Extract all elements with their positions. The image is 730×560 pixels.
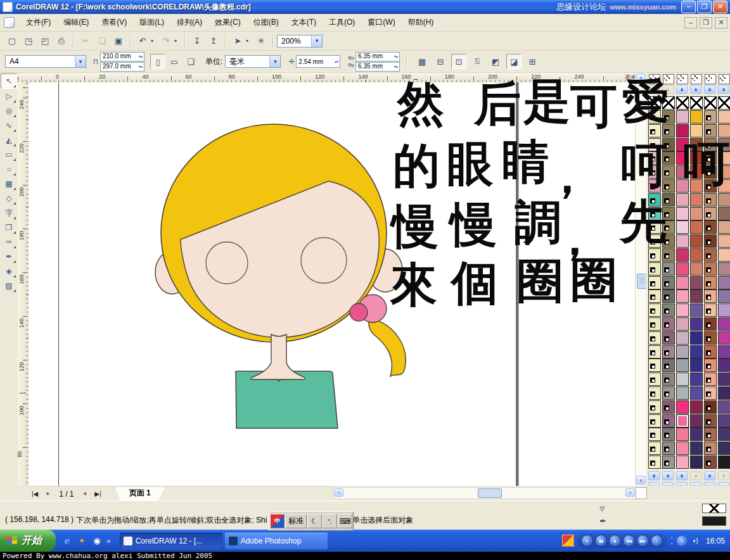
language-tray-icon[interactable]: ‹ [677,536,687,546]
palette-menu-icon[interactable] [663,74,674,84]
color-swatch[interactable] [690,372,703,386]
treat-as-filled-button[interactable]: ◪ [506,54,522,69]
zoom-tool[interactable]: ◎ [1,104,16,118]
color-swatch[interactable] [676,207,689,220]
text-tool[interactable]: 字 [1,206,16,220]
color-swatch[interactable] [662,359,675,372]
minimize-button[interactable]: – [681,1,696,13]
color-swatch[interactable] [648,110,661,124]
mdi-restore-button[interactable]: ❐ [700,17,712,29]
color-swatch[interactable] [704,455,717,469]
color-swatch[interactable] [676,220,689,234]
color-swatch[interactable] [648,359,661,372]
close-button[interactable]: ✕ [713,1,727,13]
color-swatch[interactable] [704,179,717,193]
horizontal-scrollbar[interactable]: < > [333,487,636,499]
color-swatch[interactable] [662,303,675,317]
spinner-icon[interactable]: ▾▴ [393,53,399,61]
color-swatch[interactable] [718,262,730,276]
color-swatch[interactable] [718,317,730,331]
color-swatch[interactable] [704,151,717,165]
color-swatch[interactable] [662,179,675,193]
palette-scroll-up-icon[interactable]: ∧ [718,85,729,94]
color-swatch[interactable] [648,400,661,414]
color-swatch[interactable] [662,400,675,414]
color-swatch[interactable] [648,303,661,317]
color-swatch[interactable] [690,262,703,276]
ponytail-shape[interactable] [369,318,406,376]
color-swatch[interactable] [718,359,730,372]
print-button[interactable]: ⎙ [54,34,69,49]
export-button[interactable]: ↥ [206,34,221,49]
ime-halfwidth-icon[interactable]: ☾ [307,514,322,528]
palette-menu-icon[interactable] [719,74,730,84]
duplicate-y-field[interactable]: 6.35 mm ▾▴ [355,62,400,72]
color-swatch[interactable] [676,110,689,124]
scroll-right-icon[interactable]: > [625,488,635,497]
media-control-icon[interactable]: ▾ [581,535,593,547]
scroll-up-icon[interactable]: ∧ [636,73,646,82]
chevron-down-icon[interactable]: ▾ [151,38,157,44]
color-swatch[interactable] [662,262,675,276]
color-swatch[interactable] [662,276,675,290]
color-swatch[interactable] [718,165,730,179]
horizontal-scroll-thumb[interactable] [478,488,502,498]
menu-item-help[interactable]: 帮助(H) [402,15,440,30]
menu-item-text[interactable]: 文本(T) [285,15,323,30]
color-swatch[interactable] [662,455,675,469]
color-swatch[interactable] [718,124,730,137]
color-swatch[interactable] [662,248,675,262]
color-swatch[interactable] [662,207,675,220]
spinner-icon[interactable]: ▾▴ [138,53,144,61]
all-pages-button[interactable]: ❑ [183,54,198,69]
color-swatch[interactable] [662,165,675,179]
color-swatch[interactable] [704,138,717,151]
snap-to-grid-button[interactable]: ▦ [414,54,430,69]
paste-button[interactable]: ▣ [111,34,126,49]
smart-drawing-tool[interactable]: ◭ [1,133,16,147]
color-swatch[interactable] [690,345,703,359]
page-width-field[interactable]: 210.0 mm ▾▴ [100,52,144,61]
palette-scroll-down-icon[interactable]: ∨ [676,471,688,480]
color-swatch[interactable] [676,151,689,165]
palette-scroll-up-icon[interactable]: ∧ [690,85,701,94]
fill-tool[interactable]: ◈ [1,264,16,278]
color-swatch[interactable] [718,234,730,248]
girl-drawing[interactable] [29,82,635,486]
color-swatch[interactable] [690,179,703,193]
cut-button[interactable]: ✂ [78,34,93,49]
ime-keyboard-icon[interactable]: ⌨ [338,514,352,528]
menu-item-layout[interactable]: 版面(L) [133,15,170,30]
color-swatch[interactable] [718,207,730,220]
color-swatch[interactable] [690,193,703,207]
color-swatch[interactable] [662,428,675,441]
color-swatch[interactable] [718,400,730,414]
color-swatch[interactable] [662,151,675,165]
color-swatch[interactable] [648,207,661,220]
graph-paper-tool[interactable]: ▦ [1,177,16,191]
color-swatch[interactable] [690,331,703,345]
spinner-icon[interactable]: ▴▾ [333,60,340,63]
color-swatch[interactable] [690,359,703,372]
new-button[interactable]: ▢ [4,34,20,49]
color-swatch[interactable] [676,372,689,386]
color-swatch[interactable] [718,193,730,207]
color-swatch[interactable] [648,428,661,441]
color-swatch[interactable] [662,124,675,137]
color-swatch[interactable] [690,428,703,441]
interactive-blend-tool[interactable]: ❒ [1,220,16,234]
outline-tool[interactable]: ✒ [1,250,16,264]
flash-icon[interactable]: ✦ [76,535,87,547]
color-swatch[interactable] [662,414,675,428]
color-swatch[interactable] [676,317,689,331]
spinner-icon[interactable]: ▾▴ [393,63,399,71]
color-swatch[interactable] [690,317,703,331]
color-swatch[interactable] [648,193,661,207]
add-page-after-button[interactable]: + [80,490,91,498]
menu-item-edit[interactable]: 编辑(E) [57,15,95,30]
snap-to-guidelines-button[interactable]: ⊟ [433,54,448,69]
basic-shapes-tool[interactable]: ◇ [1,191,16,205]
color-swatch[interactable] [676,386,689,400]
color-swatch[interactable] [718,290,730,303]
color-swatch[interactable] [704,165,717,179]
